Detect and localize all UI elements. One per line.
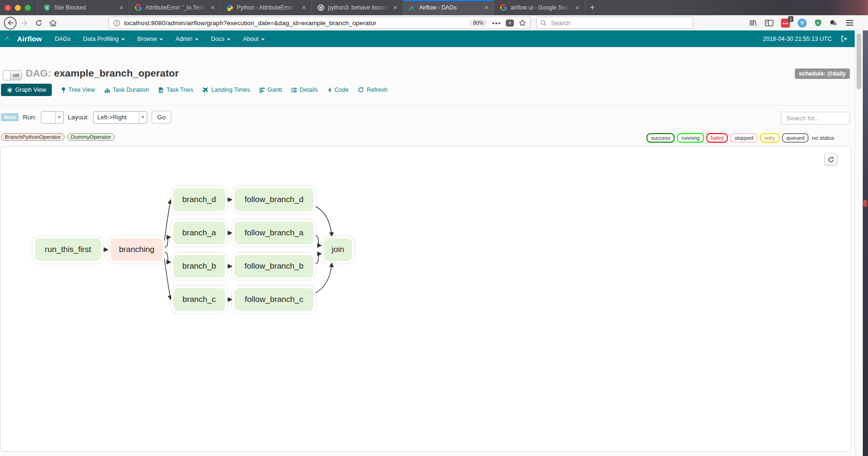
chevron-down-icon [227, 39, 231, 40]
tab-close-icon[interactable]: ✕ [483, 4, 490, 12]
browser-toolbar: localhost:8080/admin/airflow/graph?execu… [0, 15, 868, 30]
nav-item-data-profiling[interactable]: Data Profiling [77, 30, 131, 47]
tab-title: AttributeError: '_io.TextIOWrapp [145, 4, 206, 11]
airflow-brand[interactable]: Airflow [4, 34, 42, 44]
dag-pause-toggle[interactable]: Off [3, 70, 22, 80]
library-icon[interactable] [749, 19, 757, 27]
tab-close-icon[interactable]: ✕ [392, 4, 399, 12]
status-legend-success: success [646, 133, 675, 143]
browser-tab-5[interactable]: Airflow - DAGs✕ [403, 0, 494, 15]
github-favicon [317, 4, 325, 11]
url-bar[interactable]: localhost:8080/admin/airflow/graph?execu… [108, 17, 530, 29]
task-node-run_this_first[interactable]: run_this_first [35, 238, 101, 261]
task-search-input[interactable] [781, 112, 850, 125]
new-tab-button[interactable]: + [585, 0, 599, 15]
go-button[interactable]: Go [152, 111, 171, 124]
schedule-badge: schedule: @daily [795, 68, 850, 79]
task-node-branching[interactable]: branching [110, 238, 163, 261]
task-node-branch_c[interactable]: branch_c [173, 288, 225, 311]
reload-button[interactable] [32, 17, 45, 29]
code-icon [327, 87, 332, 93]
task-node-join[interactable]: join [324, 238, 352, 261]
browser-tab-2[interactable]: AttributeError: '_io.TextIOWrapp✕ [129, 0, 220, 15]
airflow-logo-icon [4, 34, 14, 44]
zoom-window-button[interactable] [25, 5, 31, 11]
minimize-window-button[interactable] [15, 5, 21, 11]
toolbar-extension-icons: ••• 1 V £ [749, 19, 853, 28]
password-manager-extension-icon[interactable]: ••• 1 [781, 19, 790, 28]
blue-v-extension-icon[interactable]: V [798, 19, 807, 28]
task-node-follow_branch_b[interactable]: follow_branch_b [234, 255, 314, 278]
page-actions-icon[interactable]: ••• [492, 19, 501, 27]
task-node-follow_branch_d[interactable]: follow_branch_d [234, 188, 314, 211]
close-window-button[interactable] [5, 5, 11, 11]
page-title: DAG: example_branch_operator [26, 68, 179, 79]
url-text[interactable]: localhost:8080/admin/airflow/graph?execu… [124, 19, 469, 27]
browser-tab-3[interactable]: Python - AttributeError: '_io.Te✕ [220, 0, 311, 15]
nav-item-browse[interactable]: Browse [131, 30, 170, 47]
view-tab-details[interactable]: Details [291, 87, 318, 93]
zoom-level-badge[interactable]: 80% [469, 19, 487, 27]
tab-close-icon[interactable]: ✕ [574, 4, 581, 12]
operator-legend: BranchPythonOperatorDummyOperator [1, 133, 115, 141]
view-tab-landing-times[interactable]: Landing Times [202, 87, 250, 93]
browser-tab-1[interactable]: ₤Site Blocked✕ [38, 0, 129, 15]
tab-strip: ₤Site Blocked✕AttributeError: '_io.TextI… [38, 0, 585, 15]
scrollbar-thumb[interactable] [857, 33, 861, 89]
view-tab-code[interactable]: Code [327, 87, 349, 93]
graph-refresh-button[interactable] [824, 153, 838, 166]
forward-button[interactable] [18, 17, 30, 29]
nav-item-docs[interactable]: Docs [205, 30, 237, 47]
browser-tab-bar: ₤Site Blocked✕AttributeError: '_io.TextI… [0, 0, 868, 15]
tab-close-icon[interactable]: ✕ [300, 4, 308, 12]
view-tab-tree-view[interactable]: Tree View [61, 87, 95, 93]
bookmark-star-icon[interactable] [519, 19, 526, 27]
edge-follow_branch_a-to-join [315, 235, 321, 245]
search-icon [540, 20, 547, 26]
back-button[interactable] [4, 17, 17, 29]
layout-select[interactable]: Left->Right [93, 111, 147, 124]
details-icon [291, 87, 297, 93]
browser-tab-4[interactable]: python3: behave incorrectly mo✕ [311, 0, 403, 15]
view-tab-gantt[interactable]: Gantt [259, 87, 282, 93]
task-node-follow_branch_a[interactable]: follow_branch_a [234, 222, 314, 244]
airflow-navbar: Airflow DAGsData ProfilingBrowseAdminDoc… [0, 30, 855, 47]
home-button[interactable] [47, 17, 59, 29]
refresh-icon [357, 87, 364, 93]
run-label: Run: [23, 114, 37, 121]
privacy-shield-extension-icon[interactable]: £ [814, 19, 822, 27]
task-node-branch_a[interactable]: branch_a [173, 222, 225, 244]
browser-tab-6[interactable]: airflow ui - Google Search✕ [494, 0, 585, 15]
tab-title: Airflow - DAGs [419, 4, 480, 11]
dag-header: Off DAG: example_branch_operator schedul… [0, 68, 855, 82]
nav-item-dags[interactable]: DAGs [48, 30, 77, 47]
run-controls: None Run: Layout: Left->Right Go [1, 111, 171, 124]
site-info-icon[interactable] [113, 19, 120, 27]
view-tab-refresh[interactable]: Refresh [357, 87, 387, 93]
view-tab-task-tries[interactable]: Task Tries [158, 87, 193, 93]
browser-search-input[interactable] [550, 19, 689, 27]
logout-icon[interactable] [840, 35, 848, 42]
task-node-branch_d[interactable]: branch_d [173, 188, 225, 211]
browser-search-bar[interactable] [536, 17, 693, 29]
sidebar-icon[interactable] [765, 19, 773, 27]
run-select[interactable] [41, 111, 64, 124]
pocket-icon[interactable]: ∨ [506, 19, 514, 27]
view-tab-task-duration[interactable]: Task Duration [104, 87, 149, 93]
task-node-branch_b[interactable]: branch_b [173, 255, 225, 278]
task-node-follow_branch_c[interactable]: follow_branch_c [234, 288, 314, 311]
status-legend-retry: retry [760, 133, 780, 143]
tab-close-icon[interactable]: ✕ [209, 4, 216, 12]
google-favicon [500, 4, 507, 11]
extension-badge: 1 [788, 16, 793, 22]
nav-item-about[interactable]: About [237, 30, 271, 47]
view-tab-graph-view[interactable]: Graph View [1, 84, 52, 96]
tracker-blocker-extension-icon[interactable] [829, 19, 838, 27]
page-scrollbar[interactable] [855, 30, 863, 456]
google-favicon [135, 4, 142, 11]
menu-hamburger-icon[interactable] [846, 20, 853, 26]
gantt-icon [259, 87, 265, 93]
nav-item-admin[interactable]: Admin [169, 30, 204, 47]
tab-title: python3: behave incorrectly mo [328, 4, 388, 11]
tab-close-icon[interactable]: ✕ [118, 4, 125, 12]
